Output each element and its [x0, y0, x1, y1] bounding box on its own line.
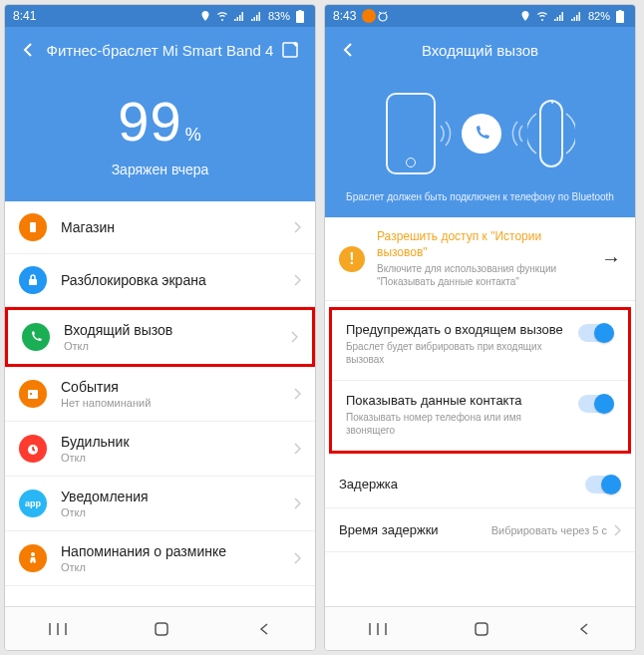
status-bar: 8:41 83% [5, 5, 315, 27]
status-bar: 8:43 82% [325, 5, 635, 27]
svg-rect-0 [296, 11, 304, 23]
svg-rect-4 [29, 279, 37, 285]
chevron-right-icon [293, 387, 301, 401]
phone-icon [22, 323, 50, 351]
status-icons: 83% [198, 9, 307, 23]
alarm-status-icon [376, 9, 390, 23]
toggle-switch[interactable] [578, 324, 614, 342]
list-item-incoming-call[interactable]: Входящий вызов Откл [5, 307, 315, 367]
back-button[interactable] [256, 621, 272, 637]
band-device-icon [539, 100, 563, 167]
vibration-icon [563, 99, 575, 168]
signal-icon-2 [249, 9, 263, 23]
setting-delay[interactable]: Задержка [325, 460, 635, 508]
list-item-store[interactable]: Магазин [5, 201, 315, 254]
chevron-right-icon [613, 523, 621, 537]
location-icon [518, 9, 532, 23]
svg-point-10 [379, 13, 387, 21]
chevron-right-icon [293, 273, 301, 287]
charge-status: Заряжен вчера [5, 162, 315, 177]
svg-rect-3 [30, 222, 36, 232]
signal-icon [552, 9, 566, 23]
list-item-notifications[interactable]: app Уведомления Откл [5, 477, 315, 531]
chevron-right-icon [293, 220, 301, 234]
screen-device-overview: 8:41 83% Фитнес-браслет Mi Smart Band 4 … [4, 4, 316, 651]
list-item-alarm[interactable]: Будильник Откл [5, 422, 315, 477]
alarm-icon [19, 435, 47, 463]
home-button[interactable] [473, 620, 490, 638]
wifi-icon [215, 9, 229, 23]
arrow-right-icon: → [601, 247, 621, 270]
chevron-right-icon [293, 442, 301, 456]
connection-illustration: Браслет должен быть подключен к телефону… [325, 75, 635, 217]
app-icon: app [19, 490, 47, 517]
activity-icon [19, 544, 47, 572]
battery-icon [293, 9, 307, 23]
back-icon[interactable] [19, 41, 39, 61]
signal-icon-2 [569, 9, 583, 23]
call-icon [462, 114, 501, 154]
signal-icon [232, 9, 246, 23]
svg-rect-1 [299, 10, 302, 12]
wave-icon [436, 114, 458, 154]
store-icon [19, 213, 47, 241]
battery-text: 83% [268, 10, 290, 22]
wifi-icon [535, 9, 549, 23]
chevron-right-icon [293, 551, 301, 565]
vibration-icon [527, 99, 539, 168]
setting-alert-incoming[interactable]: Предупреждать о входящем вызове Браслет … [332, 310, 628, 381]
battery-percent: 99 % [118, 89, 201, 154]
list-item-unlock[interactable]: Разблокировка экрана [5, 254, 315, 307]
location-icon [198, 9, 212, 23]
svg-rect-9 [156, 623, 167, 635]
clock: 8:41 [13, 9, 36, 23]
notification-dot-icon [362, 9, 376, 23]
settings-list: ! Разрешить доступ к "Истории вызовов" В… [325, 217, 635, 606]
highlighted-settings: Предупреждать о входящем вызове Браслет … [329, 307, 631, 454]
page-header: Входящий вызов [325, 27, 635, 75]
svg-rect-6 [30, 393, 32, 395]
svg-rect-5 [28, 390, 38, 399]
list-item-events[interactable]: События Нет напоминаний [5, 367, 315, 422]
battery-hero: 99 % Заряжен вчера [5, 75, 315, 201]
chevron-right-icon [290, 330, 298, 344]
screen-incoming-call-settings: 8:43 82% Входящий вызов Бр [324, 4, 636, 651]
back-button[interactable] [576, 621, 592, 637]
svg-rect-12 [619, 10, 622, 12]
chevron-right-icon [293, 496, 301, 510]
android-navbar [325, 606, 635, 650]
phone-device-icon [386, 93, 436, 174]
recents-button[interactable] [48, 621, 68, 637]
edit-icon[interactable] [281, 41, 301, 61]
setting-show-contact[interactable]: Показывать данные контакта Показывать но… [332, 381, 628, 451]
setting-delay-time[interactable]: Время задержки Вибрировать через 5 с [325, 508, 635, 552]
page-title: Фитнес-браслет Mi Smart Band 4 [39, 41, 281, 61]
calendar-icon [19, 380, 47, 408]
hero-footer-text: Браслет должен быть подключен к телефону… [337, 190, 623, 203]
page-header: Фитнес-браслет Mi Smart Band 4 [5, 27, 315, 75]
page-title: Входящий вызов [359, 41, 601, 61]
recents-button[interactable] [368, 621, 388, 637]
back-icon[interactable] [339, 41, 359, 61]
svg-rect-13 [476, 623, 487, 635]
lock-icon [19, 266, 47, 294]
feature-list: Магазин Разблокировка экрана Входящий вы… [5, 201, 315, 606]
list-item-idle-reminder[interactable]: Напоминания о разминке Откл [5, 531, 315, 586]
svg-point-8 [31, 552, 35, 556]
toggle-switch[interactable] [578, 395, 614, 413]
svg-rect-11 [616, 11, 624, 23]
battery-icon [613, 9, 627, 23]
warning-icon: ! [339, 246, 365, 272]
android-navbar [5, 606, 315, 650]
clock: 8:43 [333, 9, 356, 23]
toggle-switch[interactable] [585, 476, 621, 493]
home-button[interactable] [153, 620, 170, 638]
permission-banner[interactable]: ! Разрешить доступ к "Истории вызовов" В… [325, 217, 635, 301]
wave-icon [505, 114, 527, 154]
status-icons: 82% [518, 9, 627, 23]
battery-text: 82% [588, 10, 610, 22]
delay-value: Вибрировать через 5 с [491, 524, 607, 536]
